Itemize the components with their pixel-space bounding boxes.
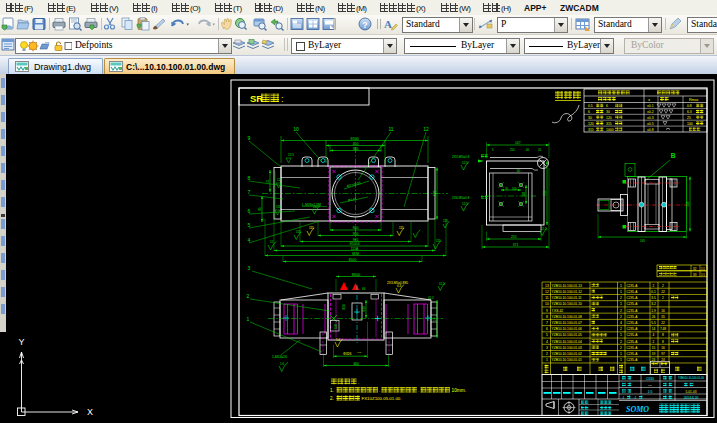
svg-text:9: 9 — [546, 309, 548, 313]
svg-text:7: 7 — [546, 321, 548, 325]
svg-text:YZB10.10.100.01-06: YZB10.10.100.01-06 — [552, 327, 583, 331]
svg-text:Φ1054: Φ1054 — [349, 242, 359, 246]
svg-text:120: 120 — [606, 116, 612, 120]
svg-text:C235-A: C235-A — [627, 309, 639, 313]
svg-text:2: 2 — [662, 284, 664, 288]
svg-text:51: 51 — [266, 179, 270, 183]
svg-text:115: 115 — [309, 226, 314, 230]
svg-text:1: 1 — [247, 316, 250, 322]
svg-text:YZB10.10.100.01-11: YZB10.10.100.01-11 — [552, 296, 582, 300]
svg-text:.: . — [379, 388, 380, 393]
svg-text:12: 12 — [545, 290, 549, 294]
svg-text:C235-A: C235-A — [627, 333, 639, 337]
svg-text:2.: 2. — [330, 396, 334, 401]
svg-text:4: 4 — [620, 321, 622, 325]
svg-text:2: 2 — [620, 296, 622, 300]
svg-text:.: . — [418, 388, 419, 393]
svg-text:M.M: M.M — [352, 252, 359, 256]
svg-text:□1: □1 — [621, 396, 625, 400]
svg-text:1: 1 — [620, 290, 622, 294]
svg-text:SOMO: SOMO — [626, 405, 649, 414]
svg-text:□1: □1 — [633, 396, 637, 400]
svg-text:YZB10.10.100.01-04: YZB10.10.100.01-04 — [552, 340, 583, 344]
svg-text:8500: 8500 — [349, 258, 357, 262]
svg-text:100: 100 — [512, 187, 517, 191]
svg-text:0.8: 0.8 — [687, 104, 692, 108]
svg-text:7: 7 — [248, 189, 251, 195]
svg-text:120: 120 — [588, 122, 594, 126]
svg-text:2: 2 — [653, 340, 655, 344]
svg-text:5: 5 — [248, 222, 251, 228]
svg-text:2: 2 — [620, 327, 622, 331]
svg-text:C235-A: C235-A — [627, 296, 639, 300]
svg-text:±0.5: ±0.5 — [647, 122, 654, 126]
svg-text:YZB10.10.100.01-13: YZB10.10.100.01-13 — [552, 284, 583, 288]
svg-text:FX10Z100.05.01.00.: FX10Z100.05.01.00. — [362, 396, 402, 401]
svg-text:12.5: 12.5 — [288, 153, 294, 157]
svg-text:Φ10: Φ10 — [362, 306, 366, 312]
svg-text:965: 965 — [353, 238, 359, 242]
svg-text:YZB10.10.100.01-01: YZB10.10.100.01-01 — [552, 358, 583, 362]
svg-text:50: 50 — [433, 317, 437, 321]
svg-text:25: 25 — [687, 116, 691, 120]
svg-text:450: 450 — [353, 142, 359, 146]
svg-text:315: 315 — [606, 122, 612, 126]
svg-text:C235-A: C235-A — [627, 321, 639, 325]
svg-text:8: 8 — [546, 315, 548, 319]
svg-text:2: 2 — [662, 296, 664, 300]
svg-text:12: 12 — [423, 126, 429, 132]
svg-text:C235-A: C235-A — [627, 352, 639, 356]
svg-text:12: 12 — [270, 240, 274, 244]
svg-text:125: 125 — [443, 219, 448, 223]
svg-text:85: 85 — [258, 207, 262, 211]
svg-text:0.3: 0.3 — [397, 284, 402, 288]
svg-text:70: 70 — [505, 187, 509, 191]
svg-text:5: 5 — [546, 333, 548, 337]
svg-text:7.K8-42: 7.K8-42 — [552, 309, 564, 313]
svg-text:3: 3 — [248, 265, 251, 271]
svg-text:YZB10.10.100.01-10: YZB10.10.100.01-10 — [552, 302, 583, 306]
svg-text:YZB10.10.100.01-05: YZB10.10.100.01-05 — [552, 333, 583, 337]
svg-text:6: 6 — [248, 208, 251, 214]
svg-text:9: 9 — [248, 135, 251, 141]
svg-text:3.2: 3.2 — [651, 302, 656, 306]
svg-text:4: 4 — [546, 340, 548, 344]
svg-text:5-01-03: 5-01-03 — [686, 390, 697, 394]
svg-text:12.5: 12.5 — [541, 227, 547, 231]
svg-text:—: — — [648, 382, 652, 387]
svg-text:64: 64 — [362, 287, 366, 291]
svg-text:13: 13 — [545, 284, 549, 288]
svg-text:30: 30 — [606, 110, 610, 114]
svg-text:+0.1: +0.1 — [357, 351, 362, 353]
svg-text:125: 125 — [277, 178, 282, 182]
svg-text:10mm.: 10mm. — [452, 388, 467, 393]
svg-text:1:5: 1:5 — [648, 390, 653, 394]
svg-text:115A: 115A — [351, 247, 359, 251]
svg-text:4: 4 — [653, 333, 655, 337]
svg-text:±0.8: ±0.8 — [647, 128, 654, 132]
svg-text:371: 371 — [513, 243, 519, 247]
svg-text:158: 158 — [334, 324, 338, 329]
svg-text:41.3: 41.3 — [428, 296, 434, 300]
svg-text:Φ500: Φ500 — [350, 137, 358, 141]
svg-text:X: X — [87, 407, 93, 417]
svg-text:C235-A: C235-A — [627, 340, 639, 344]
svg-text:8: 8 — [662, 340, 664, 344]
svg-text:±: ± — [648, 97, 651, 102]
svg-text:11: 11 — [388, 126, 393, 132]
svg-text:6.3: 6.3 — [687, 110, 692, 114]
svg-text:460: 460 — [353, 362, 359, 366]
svg-text:10: 10 — [545, 302, 549, 306]
svg-text:C235-A: C235-A — [627, 284, 639, 288]
svg-text:15: 15 — [652, 346, 656, 350]
svg-text:C235-A: C235-A — [627, 358, 639, 362]
svg-text:6: 6 — [546, 327, 548, 331]
svg-text:YZB10.10.100.01-02: YZB10.10.100.01-02 — [552, 352, 583, 356]
svg-text:B: B — [671, 152, 676, 159]
svg-text:1.: 1. — [330, 388, 334, 393]
svg-text:±0.1: ±0.1 — [647, 104, 654, 108]
svg-text:1.6: 1.6 — [280, 362, 285, 366]
svg-text:M500: M500 — [352, 273, 361, 277]
svg-text:430: 430 — [433, 191, 437, 197]
svg-text:16: 16 — [661, 309, 665, 313]
